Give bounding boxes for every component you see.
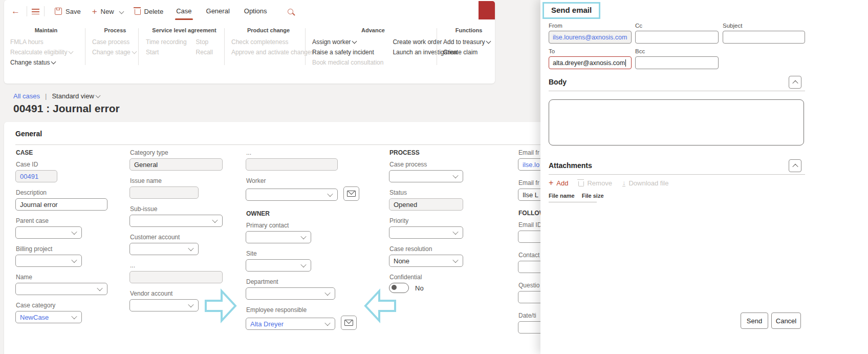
tab-case[interactable]: Case [169,4,199,19]
ribbon-item-change-status[interactable]: Change status [10,57,82,68]
item-label: Change status [10,59,50,66]
employee-responsible-dropdown[interactable]: Alta Dreyer [246,318,335,330]
worker-dropdown[interactable] [246,189,338,201]
owner-header: OWNER [246,210,359,217]
form-column-process: PROCESS Case process Status Opened Prior… [389,149,463,300]
field-label: Case ID [16,161,107,168]
attachments-toolbar: +Add Remove ↓Download file [549,179,668,187]
chevron-down-icon [71,314,77,319]
case-id-value: 00491 [20,173,38,180]
field-label: ... [246,149,359,156]
item-label: Recalculate eligibility [10,49,67,56]
process-header: PROCESS [389,149,463,156]
view-selector[interactable]: Standard view [52,92,99,100]
breadcrumb: All cases | Standard view [13,92,100,100]
back-icon[interactable]: ← [9,6,22,16]
new-button[interactable]: + New [86,7,129,16]
remove-attachment-button: Remove [578,179,612,187]
primary-contact-dropdown[interactable] [246,231,311,243]
name-dropdown[interactable] [15,283,107,295]
save-label: Save [66,8,81,15]
field-label: Category type [130,149,223,156]
delete-button[interactable]: Delete [129,8,169,15]
notification-red-block [479,1,495,19]
ribbon-item-add-to-treasury[interactable]: Add to treasury [443,37,494,47]
priority-dropdown[interactable] [389,226,463,239]
ribbon-item-create-claim[interactable]: Create claim [443,47,494,57]
divider [549,202,597,202]
sub-issue-dropdown[interactable] [129,215,223,227]
from-input[interactable]: ilse.lourens@axnosis.com [549,31,632,44]
breadcrumb-link-all-cases[interactable]: All cases [13,92,40,100]
bcc-input[interactable] [635,56,719,69]
department-dropdown[interactable] [246,287,335,300]
site-dropdown[interactable] [246,259,311,272]
to-input[interactable]: alta.dreyer@axnosis.com [549,56,632,69]
field-label: Issue name [130,177,223,184]
ellipsis-input-2 [246,158,338,171]
divider [44,6,45,16]
billing-project-dropdown[interactable] [15,255,82,267]
to-label: To [549,48,632,54]
tab-options[interactable]: Options [237,4,274,19]
customer-account-dropdown[interactable] [129,243,199,255]
divider [549,91,805,91]
chevron-down-icon [51,59,56,65]
chevron-down-icon [119,9,124,14]
save-button[interactable]: Save [49,8,86,15]
body-collapse-button[interactable] [789,76,801,89]
field-label: Status [389,189,463,196]
trash-icon [578,181,584,186]
annotation-arrow-left-icon [363,287,397,325]
status-input: Opened [389,198,463,211]
case-category-dropdown[interactable]: NewCase [15,311,82,323]
chevron-down-icon [452,257,458,263]
ribbon-item-assign-worker[interactable]: Assign worker [312,37,383,47]
add-attachment-button[interactable]: +Add [549,179,568,187]
form-column-owner: ... Worker OWNER Primary contact Site D [246,149,359,337]
worker-email-button[interactable] [343,186,359,201]
tab-general[interactable]: General [199,4,237,19]
ribbon-item-change-stage: Change stage [92,47,138,57]
field-label: Name [16,274,107,281]
ribbon-item-raise-safety-incident[interactable]: Raise a safety incident [312,47,383,57]
issue-name-input [129,186,199,199]
field-label: Case process [389,161,463,168]
subject-input[interactable] [723,31,805,44]
save-icon [55,8,62,15]
cc-input[interactable] [635,31,719,44]
group-title: Functions [443,27,494,33]
section-title: General [15,130,42,138]
chevron-down-icon [132,49,137,54]
body-textarea[interactable] [549,99,804,145]
field-label: Worker [246,177,359,184]
field-label: ... [130,262,223,269]
chevron-down-icon [97,285,102,291]
description-input[interactable]: Journal error [15,198,107,211]
case-resolution-dropdown[interactable]: None [389,255,463,267]
divider [437,28,437,65]
search-icon[interactable] [288,9,293,14]
remove-label: Remove [587,179,612,187]
ribbon-item-approve-activate: Approve and activate changes [231,47,306,57]
parent-case-dropdown[interactable] [15,226,82,239]
cancel-button[interactable]: Cancel [771,313,801,329]
value: General [134,161,158,169]
chevron-down-icon [188,302,193,307]
attachments-table-header: File name File size [549,193,604,199]
field-label: Priority [389,217,463,224]
chevron-down-icon [352,39,357,44]
menu-icon[interactable] [32,9,39,14]
employee-email-button[interactable] [341,316,357,330]
case-process-dropdown[interactable] [389,170,463,182]
attachments-collapse-button[interactable] [789,159,801,172]
to-value: alta.dreyer@axnosis.com [553,59,625,67]
add-label: Add [556,179,568,187]
annotation-highlight-box: Send email [542,2,600,19]
field-label: Billing project [16,245,107,253]
chevron-down-icon [300,262,306,267]
subject-label: Subject [723,23,805,29]
vendor-account-dropdown[interactable] [129,299,199,311]
send-button[interactable]: Send [741,313,768,329]
chevron-down-icon [486,39,491,44]
